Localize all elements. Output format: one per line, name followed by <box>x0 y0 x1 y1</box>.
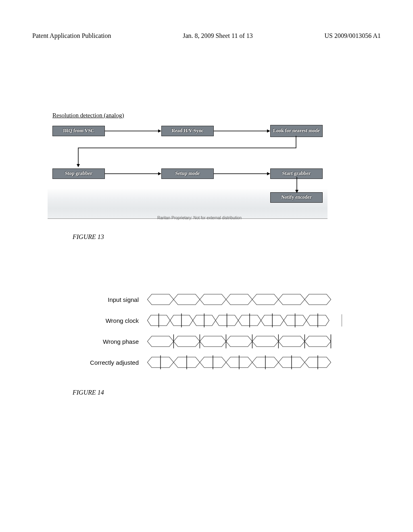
svg-marker-6 <box>158 172 161 175</box>
svg-marker-1 <box>158 129 161 133</box>
arrow-setup-start <box>214 171 270 176</box>
label-input: Input signal <box>73 296 145 303</box>
node-setup: Setup mode <box>161 168 214 179</box>
node-stop: Stop grabber <box>52 168 105 179</box>
row-correct: Correctly adjusted <box>73 352 355 373</box>
arrow-start-notify <box>294 177 300 193</box>
svg-marker-3 <box>267 129 270 133</box>
node-lookfor: Look for nearest mode <box>270 125 323 137</box>
wrong-clock-diagram <box>145 312 355 329</box>
node-read: Read H/V-Sync <box>161 126 214 136</box>
proprietary-note: Raritan Proprietary: Not for external di… <box>157 216 242 220</box>
page: Patent Application Publication Jan. 8, 2… <box>0 0 413 532</box>
header-left: Patent Application Publication <box>32 32 111 39</box>
arrow-irq-read <box>105 129 161 133</box>
header-mid: Jan. 8, 2009 Sheet 11 of 13 <box>183 32 253 39</box>
wrong-phase-diagram <box>145 332 355 350</box>
fig13-flowchart: IRQ from VSC Read H/V-Sync Look for near… <box>52 124 323 220</box>
label-wrongclock: Wrong clock <box>73 317 145 324</box>
fig14-caption: FIGURE 14 <box>73 389 381 396</box>
flow-row-3: Notify encoder <box>52 192 323 203</box>
correct-diagram <box>145 353 355 371</box>
svg-marker-4 <box>77 164 80 167</box>
input-signal-diagram <box>145 291 355 308</box>
fig14: Input signal Wrong clock <box>73 289 355 373</box>
flow-row-2: Stop grabber Setup mode Start grabber <box>52 166 323 181</box>
row-input: Input signal <box>73 289 355 310</box>
page-header: Patent Application Publication Jan. 8, 2… <box>32 32 381 39</box>
fig13-caption: FIGURE 13 <box>73 233 381 241</box>
svg-marker-10 <box>295 190 298 193</box>
node-notify: Notify encoder <box>270 192 323 203</box>
row-wrongclock: Wrong clock <box>73 310 355 331</box>
row-wrongphase: Wrong phase <box>73 331 355 352</box>
label-correct: Correctly adjusted <box>73 359 145 366</box>
node-irq: IRQ from VSC <box>52 126 105 136</box>
arrow-read-lookfor <box>214 129 270 133</box>
fig13-title: Resolution detection (analog) <box>52 112 381 119</box>
arrow-lookfor-stop <box>74 136 300 168</box>
arrow-stop-setup <box>105 171 161 176</box>
svg-marker-8 <box>267 172 270 175</box>
label-wrongphase: Wrong phase <box>73 338 145 345</box>
header-right: US 2009/0013056 A1 <box>324 32 381 39</box>
